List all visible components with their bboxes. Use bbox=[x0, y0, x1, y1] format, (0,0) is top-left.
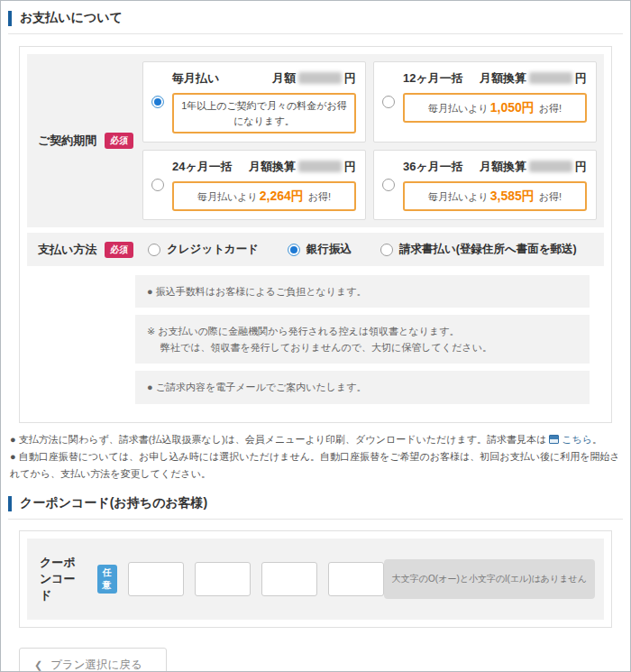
plan-card-head: 36ヶ月一括 月額換算円 bbox=[403, 159, 587, 175]
method-invoice[interactable]: 請求書払い(登録住所へ書面を郵送) bbox=[380, 242, 577, 257]
payment-section-title: お支払いについて bbox=[20, 10, 123, 26]
coupon-row: クーポンコード 任意 大文字のO(オー)と小文字のl(エル)はありません bbox=[27, 539, 604, 620]
back-to-plan-button[interactable]: ❮ プラン選択に戻る bbox=[19, 648, 167, 672]
method-bank-transfer[interactable]: 銀行振込 bbox=[288, 242, 352, 257]
coupon-hint: 大文字のO(オー)と小文字のl(エル)はありません bbox=[384, 559, 595, 599]
note-transfer-fee: ● 振込手数料はお客様によるご負担となります。 bbox=[135, 275, 590, 308]
plan-name: 毎月払い bbox=[172, 70, 219, 87]
note-receipt: ※ お支払いの際に金融機関から発行される控えは領収書となります。弊社では、領収書… bbox=[135, 315, 590, 364]
coupon-label: クーポンコード bbox=[40, 555, 83, 603]
contract-period-row: ご契約期間 必須 毎月払い 月額円 1年以上のご契約で月々の料金がお得になります… bbox=[27, 54, 604, 227]
plan-card-head: 12ヶ月一括 月額換算円 bbox=[403, 70, 587, 87]
radio-monthly[interactable] bbox=[151, 96, 164, 108]
back-button-label: プラン選択に戻る bbox=[50, 658, 142, 672]
price-blur bbox=[529, 161, 572, 172]
coupon-section-header: クーポンコード(お持ちのお客様) bbox=[8, 495, 623, 520]
discount-amount: 3,585円 bbox=[490, 189, 535, 203]
optional-badge: 任意 bbox=[97, 565, 117, 594]
radio-24m[interactable] bbox=[151, 179, 164, 191]
coupon-input-2[interactable] bbox=[195, 562, 251, 596]
plan-price: 月額換算円 bbox=[480, 70, 587, 87]
invoice-sample-link[interactable]: こちら bbox=[562, 434, 592, 445]
price-blur bbox=[298, 72, 342, 84]
accent-bar bbox=[8, 11, 12, 26]
contract-period-label: ご契約期間 bbox=[38, 133, 96, 149]
chevron-left-icon: ❮ bbox=[34, 659, 42, 671]
coupon-input-3[interactable] bbox=[261, 562, 317, 596]
discount-amount: 1,050円 bbox=[490, 100, 535, 115]
plan-card-head: 毎月払い 月額円 bbox=[172, 70, 356, 87]
payment-box: ご契約期間 必須 毎月払い 月額円 1年以上のご契約で月々の料金がお得になります… bbox=[19, 46, 612, 423]
payment-method-label-cell: 支払い方法 必須 bbox=[27, 242, 135, 258]
coupon-box: クーポンコード 任意 大文字のO(オー)と小文字のl(エル)はありません bbox=[19, 530, 612, 628]
payment-notes-area: ● 振込手数料はお客様によるご負担となります。 ※ お支払いの際に金融機関から発… bbox=[27, 266, 604, 415]
plan-card-12m[interactable]: 12ヶ月一括 月額換算円 毎月払いより1,050円お得! bbox=[373, 61, 597, 143]
plan-card-monthly[interactable]: 毎月払い 月額円 1年以上のご契約で月々の料金がお得になります。 bbox=[142, 61, 366, 143]
accent-bar bbox=[8, 496, 12, 511]
coupon-input-1[interactable] bbox=[128, 562, 184, 596]
footer-note-direct-debit: ● 自動口座振替については、お申し込み時には選択いただけません。自動口座振替をご… bbox=[10, 448, 621, 483]
method-credit-card[interactable]: クレジットカード bbox=[148, 242, 259, 257]
radio-credit-card[interactable] bbox=[148, 244, 160, 256]
price-blur bbox=[298, 161, 342, 172]
footer-note-invoice: ● 支払方法に関わらず、請求書(払込取扱票なし)は、会員メニューより印刷、ダウン… bbox=[10, 431, 621, 448]
coupon-section-title: クーポンコード(お持ちのお客様) bbox=[20, 495, 207, 511]
price-blur bbox=[529, 72, 572, 84]
radio-12m[interactable] bbox=[382, 96, 395, 108]
coupon-input-4[interactable] bbox=[328, 562, 384, 596]
payment-method-options: クレジットカード 銀行振込 請求書払い(登録住所へ書面を郵送) bbox=[135, 242, 577, 257]
plan-name: 12ヶ月一括 bbox=[403, 70, 463, 87]
payment-method-row: 支払い方法 必須 クレジットカード 銀行振込 請求書払い(登録住所へ書面を郵送) bbox=[27, 233, 604, 266]
plan-note: 1年以上のご契約で月々の料金がお得になります。 bbox=[172, 93, 356, 133]
plan-price: 月額換算円 bbox=[480, 159, 587, 175]
plan-card-36m[interactable]: 36ヶ月一括 月額換算円 毎月払いより3,585円お得! bbox=[373, 150, 597, 220]
radio-36m[interactable] bbox=[382, 179, 395, 191]
discount-amount: 2,264円 bbox=[260, 189, 304, 203]
radio-invoice[interactable] bbox=[380, 244, 393, 256]
plan-name: 36ヶ月一括 bbox=[403, 159, 463, 175]
plan-name: 24ヶ月一括 bbox=[172, 159, 233, 175]
plan-price: 月額換算円 bbox=[249, 159, 356, 175]
plan-cards: 毎月払い 月額円 1年以上のご契約で月々の料金がお得になります。 12ヶ月一括 … bbox=[135, 54, 604, 227]
payment-section-header: お支払いについて bbox=[8, 10, 623, 34]
plan-discount-note: 毎月払いより2,264円お得! bbox=[172, 181, 356, 211]
required-badge: 必須 bbox=[105, 133, 133, 149]
required-badge: 必須 bbox=[105, 242, 133, 258]
new-window-icon bbox=[549, 435, 559, 444]
payment-method-label: 支払い方法 bbox=[38, 242, 96, 258]
plan-card-24m[interactable]: 24ヶ月一括 月額換算円 毎月払いより2,264円お得! bbox=[142, 150, 366, 220]
note-billing-email: ● ご請求内容を電子メールでご案内いたします。 bbox=[135, 371, 590, 403]
contract-period-label-cell: ご契約期間 必須 bbox=[27, 54, 135, 227]
plan-price: 月額円 bbox=[272, 70, 356, 87]
plan-discount-note: 毎月払いより3,585円お得! bbox=[403, 181, 587, 211]
plan-card-head: 24ヶ月一括 月額換算円 bbox=[172, 159, 356, 175]
footer-notes: ● 支払方法に関わらず、請求書(払込取扱票なし)は、会員メニューより印刷、ダウン… bbox=[10, 431, 621, 483]
plan-discount-note: 毎月払いより1,050円お得! bbox=[403, 93, 587, 123]
radio-bank-transfer[interactable] bbox=[288, 244, 300, 256]
